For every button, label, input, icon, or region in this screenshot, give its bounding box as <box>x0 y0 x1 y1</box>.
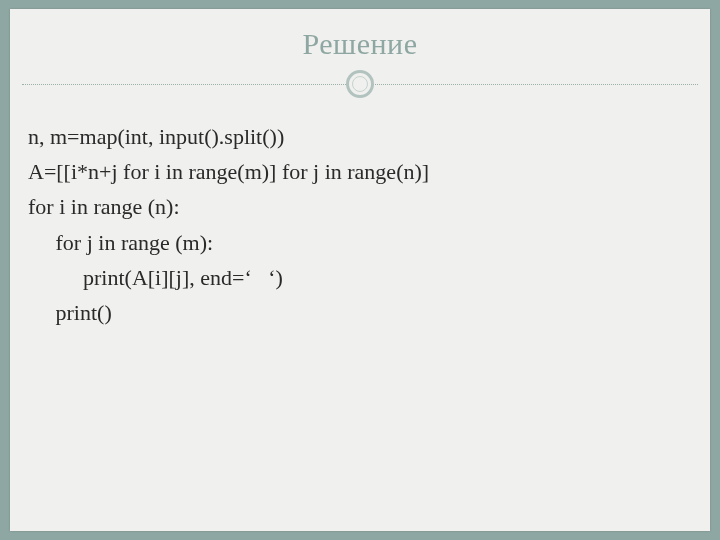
code-line: for j in range (m): <box>28 225 692 260</box>
code-line: n, m=map(int, input().split()) <box>28 119 692 154</box>
code-line: print() <box>28 295 692 330</box>
title-divider <box>10 69 710 101</box>
code-line: A=[[i*n+j for i in range(m)] for j in ra… <box>28 154 692 189</box>
code-block: n, m=map(int, input().split()) A=[[i*n+j… <box>10 119 710 330</box>
code-line: print(A[i][j], end=‘ ‘) <box>28 260 692 295</box>
slide: Решение n, m=map(int, input().split()) A… <box>10 9 710 531</box>
ring-icon <box>346 70 374 98</box>
code-line: for i in range (n): <box>28 189 692 224</box>
slide-title: Решение <box>10 9 710 69</box>
